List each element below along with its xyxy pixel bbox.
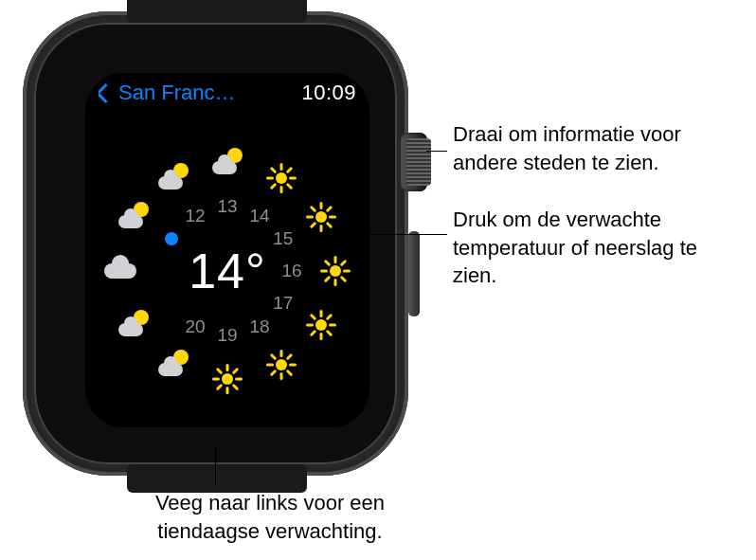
current-temperature: 14°	[189, 243, 266, 299]
hour-label: 18	[249, 316, 269, 337]
hour-label: 20	[185, 316, 205, 337]
sun-cloud-icon	[118, 310, 149, 340]
hour-label: 19	[217, 325, 237, 346]
sun-icon	[306, 310, 336, 340]
sun-icon	[306, 202, 336, 232]
sun-cloud-icon	[118, 202, 149, 232]
hourly-forecast-dial[interactable]: 14° 121314151617181920	[104, 148, 351, 394]
hour-label: 14	[249, 206, 269, 226]
callout-leader	[326, 234, 447, 235]
watch-band-top	[127, 0, 307, 23]
callout-dial: Druk om de verwachte temperatuur of neer…	[453, 206, 737, 290]
current-hour-dot	[165, 232, 178, 245]
chevron-left-icon	[99, 82, 116, 102]
sun-cloud-icon	[158, 163, 189, 193]
sun-cloud-icon	[212, 148, 243, 178]
cloud-icon	[104, 256, 135, 286]
back-button[interactable]: San Franc…	[99, 81, 236, 105]
sun-icon	[212, 364, 243, 394]
callout-leader	[215, 445, 216, 485]
location-title: San Franc…	[118, 81, 236, 105]
sun-icon	[266, 163, 297, 193]
hour-label: 12	[185, 206, 205, 226]
watch-body: San Franc… 10:09 14° 121314151617181920	[23, 11, 408, 476]
callout-crown: Draai om informatie voor andere steden t…	[453, 120, 747, 176]
callout-swipe: Veeg naar links voor een tiendaagse verw…	[109, 489, 431, 545]
sun-icon	[266, 350, 297, 380]
status-bar: San Franc… 10:09	[99, 81, 356, 105]
digital-crown[interactable]	[401, 133, 427, 191]
sun-icon	[320, 256, 351, 286]
hour-label: 17	[273, 293, 293, 314]
hour-label: 13	[217, 196, 237, 217]
hour-label: 16	[281, 261, 301, 281]
watch-bezel: San Franc… 10:09 14° 121314151617181920	[34, 23, 397, 464]
side-button[interactable]	[408, 231, 420, 316]
watch-screen[interactable]: San Franc… 10:09 14° 121314151617181920	[85, 73, 369, 427]
callout-leader	[426, 151, 447, 152]
hour-label: 15	[273, 228, 293, 249]
clock-time: 10:09	[301, 81, 356, 105]
sun-cloud-icon	[158, 350, 189, 380]
